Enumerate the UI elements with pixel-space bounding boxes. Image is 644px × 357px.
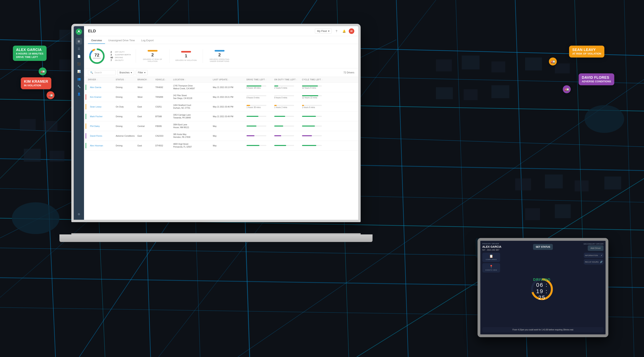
map-pin-sean[interactable]: 🚛 — [549, 58, 557, 66]
cell-driver-name[interactable]: Mark Fischer — [88, 115, 116, 118]
eld-application: ⊞ ☰ 📄 ⬛ 📊 👥 🔧 👤 ⚙ ELD My Fleet — [74, 26, 358, 220]
sidebar-icon-list[interactable]: ☰ — [76, 46, 82, 52]
table-row[interactable]: David Flores Adverse Conditions East CN2… — [84, 131, 358, 141]
cell-branch: West — [138, 96, 155, 98]
sidebar-icon-chart[interactable]: 📊 — [76, 68, 82, 75]
app-header: ELD My Fleet ▾ ? 🔔 IR — [84, 26, 358, 36]
callout-sean-line2: AT RISK OF VIOLATION — [572, 52, 601, 56]
sidebar-icon-dashboard[interactable]: ⊞ — [76, 38, 82, 45]
chevron-down-icon: ▾ — [328, 30, 330, 33]
compliance-label: COMPLIANCE — [486, 259, 497, 260]
callout-alex-line2: 6 HOURS 19 MINUTES — [16, 52, 44, 56]
callout-kim-name: KIM KRAMER — [24, 79, 48, 84]
svg-rect-54 — [575, 180, 588, 191]
exemptions-number: 2 — [218, 52, 221, 58]
cell-driver-name[interactable]: Alex Hooman — [88, 144, 116, 147]
sidebar-icon-document[interactable]: 📄 — [76, 53, 82, 60]
sidebar-icon-settings[interactable]: ⚙ — [76, 211, 82, 217]
sidebar-icon-tools[interactable]: 🔧 — [76, 83, 82, 90]
map-pin-david[interactable]: 🚛 — [563, 85, 571, 93]
cell-driver-name[interactable]: David Flores — [88, 135, 116, 137]
table-row[interactable]: Mark Fischer Driving East BT588 3353 Car… — [84, 112, 358, 121]
cell-on-duty-time — [274, 116, 302, 117]
stat-card-at-risk: 2 DRIVERS AT RISK OF VIOLATION — [141, 50, 164, 62]
compliance-button[interactable]: 📋 COMPLIANCE — [482, 253, 500, 262]
add-driver-button[interactable]: Add Driver — [588, 245, 604, 251]
col-drive-time: DRIVE TIME LEFT ↕ — [246, 79, 274, 81]
cell-driver-name[interactable]: Sean Leavy — [88, 106, 116, 108]
cell-vehicle: TR4692 — [155, 86, 173, 89]
primary-driver-id: NY - 654 245 987 — [482, 249, 522, 251]
table-row[interactable]: Alex Garcia Driving West TR4692 1745 Tho… — [84, 83, 358, 92]
search-box[interactable]: 🔍 Search — [88, 70, 116, 75]
cell-cycle-time — [302, 126, 328, 127]
information-button[interactable]: INFORMATION ✓ — [584, 253, 604, 258]
filter-dropdown[interactable]: Filter ▾ — [136, 70, 148, 75]
svg-rect-53 — [545, 175, 563, 188]
sleeper-count: 3 — [110, 54, 114, 56]
stats-divider-2 — [169, 49, 170, 63]
cell-last-update: May 21 2021 03:49 PM — [213, 115, 246, 118]
table-header: DRIVER ↕ STATUS ↕ BRANCH ↕ VEHICLE ↕ LOC… — [84, 77, 358, 83]
cell-vehicle: DT4552 — [155, 144, 173, 147]
map-pin-kim[interactable]: 🚛 — [46, 91, 54, 99]
cell-on-duty-time — [274, 135, 302, 137]
stats-divider-1 — [136, 49, 136, 63]
information-icon: ✓ — [601, 254, 602, 256]
table-row[interactable]: Alex Hooman Driving East DT4552 4809 Vir… — [84, 141, 358, 151]
table-row[interactable]: Phil Daley Driving Central FB995 3084 By… — [84, 121, 358, 131]
callout-alex-garcia: ALEX GARCIA 6 HOURS 19 MINUTES DRIVE TIM… — [13, 46, 46, 61]
tab-log-export[interactable]: Log Export — [138, 37, 157, 44]
cell-on-duty-time: 2 hours 5 mins — [274, 86, 302, 89]
cell-vehicle: CN2333 — [155, 135, 173, 137]
callout-alex-name: ALEX GARCIA — [16, 48, 44, 52]
tab-overview[interactable]: Overview — [88, 37, 105, 44]
cell-status: Driving — [116, 86, 138, 89]
drivers-donut-chart: 72 DRIVERS — [88, 47, 106, 65]
svg-rect-55 — [604, 177, 621, 189]
branches-dropdown[interactable]: Branches ▾ — [117, 70, 134, 75]
cell-status: Driving — [116, 115, 138, 118]
tablet-eld-ui: PRIMARY DRIVER ALEX GARCIA NY - 654 245 … — [480, 241, 606, 334]
breakdown-sleeper: 3 SLEEPER BERTH — [110, 54, 131, 56]
bell-icon-button[interactable]: 🔔 — [341, 28, 347, 34]
driving-timer: 06 : 19 : 25 — [533, 282, 551, 301]
recap-icon: 🔗 — [600, 261, 602, 263]
compliance-icon: 📋 — [489, 254, 493, 258]
svg-rect-50 — [24, 149, 40, 162]
events-view-button[interactable]: 📍 EVENTS VIEW — [482, 263, 500, 272]
cell-location: 3353 Carriage LaneTowanda, PA 18848 — [173, 114, 213, 119]
help-icon-button[interactable]: ? — [334, 28, 339, 34]
table-toolbar: 🔍 Search Branches ▾ Filter ▾ 72 Drivers — [84, 69, 358, 77]
sidebar-logo[interactable] — [76, 29, 82, 35]
svg-rect-57 — [555, 204, 571, 218]
sidebar-icon-people[interactable]: 👥 — [76, 76, 82, 82]
table-row[interactable]: Kim Kramer Driving West TR5899 242 Pike … — [84, 92, 358, 102]
cell-vehicle: BT588 — [155, 115, 173, 118]
driving-count: 60 — [110, 56, 114, 59]
off-duty-label: OFF DUTY — [115, 51, 125, 53]
svg-rect-47 — [492, 85, 509, 98]
fleet-selector[interactable]: My Fleet ▾ — [315, 29, 332, 34]
map-pin-alex[interactable]: 🚛 — [39, 68, 46, 75]
cell-driver-name[interactable]: Alex Garcia — [88, 86, 116, 89]
recap-hours-button[interactable]: RECAP HOURS 🔗 — [584, 259, 604, 265]
breakdown-on-duty: 7 ON DUTY — [110, 59, 131, 62]
cell-branch: East — [138, 106, 155, 108]
recap-label: RECAP HOURS — [585, 261, 598, 263]
laptop-screen: ⊞ ☰ 📄 ⬛ 📊 👥 🔧 👤 ⚙ ELD My Fleet — [71, 24, 361, 222]
table-row[interactable]: Sean Leavy On Duty East C0251 1404 Strat… — [84, 102, 358, 112]
app-sidebar: ⊞ ☰ 📄 ⬛ 📊 👥 🔧 👤 ⚙ — [74, 26, 84, 220]
set-status-button[interactable]: SET STATUS — [533, 244, 553, 250]
cell-driver-name[interactable]: Phil Daley — [88, 125, 116, 127]
filter-chevron-icon: ▾ — [144, 71, 146, 74]
tab-unassigned-drive-time[interactable]: Unassigned Drive Time — [105, 37, 138, 44]
sidebar-icon-layers[interactable]: ⬛ — [76, 61, 82, 67]
cell-driver-name[interactable]: Kim Kramer — [88, 96, 116, 98]
user-avatar[interactable]: IR — [349, 28, 354, 34]
svg-rect-42 — [492, 62, 505, 72]
callout-sean-leavy: SEAN LEAVY AT RISK OF VIOLATION — [569, 46, 604, 58]
cell-status: Driving — [116, 96, 138, 98]
violation-indicator — [181, 51, 191, 53]
sidebar-icon-user[interactable]: 👤 — [76, 91, 82, 97]
